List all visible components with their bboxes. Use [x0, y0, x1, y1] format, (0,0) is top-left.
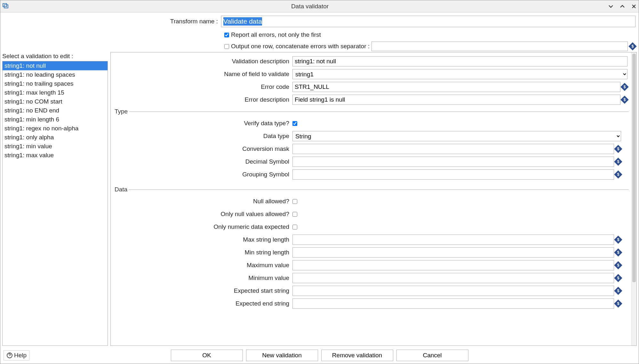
titlebar: Data validator: [0, 0, 639, 12]
expected-end-label: Expected end string: [113, 300, 292, 307]
conversion-mask-input[interactable]: [292, 144, 614, 154]
transform-name-value: Validate data: [223, 17, 262, 26]
grouping-symbol-input[interactable]: [292, 169, 614, 180]
error-code-label: Error code: [113, 83, 292, 90]
error-description-label: Error description: [113, 96, 292, 103]
report-all-errors-checkbox[interactable]: [224, 33, 229, 37]
validation-list-item[interactable]: string1: only alpha: [3, 133, 108, 142]
new-validation-button[interactable]: New validation: [246, 350, 318, 361]
concat-errors-label[interactable]: Output one row, concatenate errors with …: [231, 43, 370, 50]
validation-description-input[interactable]: [292, 56, 627, 66]
expected-start-label: Expected start string: [113, 287, 292, 294]
expected-end-input[interactable]: [292, 298, 614, 309]
variable-icon[interactable]: [614, 145, 622, 153]
variable-icon[interactable]: [614, 158, 622, 166]
window-title: Data validator: [12, 3, 608, 10]
svg-rect-1: [4, 5, 8, 8]
help-label: Help: [14, 352, 27, 359]
variable-icon[interactable]: [620, 96, 628, 104]
min-string-length-label: Min string length: [113, 249, 292, 256]
only-null-label: Only null values allowed?: [113, 211, 292, 218]
transform-name-input[interactable]: Validate data: [221, 16, 635, 27]
validation-list-item[interactable]: string1: min value: [3, 142, 108, 151]
variable-icon[interactable]: [614, 299, 622, 307]
app-icon: [2, 2, 9, 10]
type-group: Type Verify data type? Data type String …: [113, 108, 629, 184]
variable-icon[interactable]: [614, 287, 622, 295]
validation-list-item[interactable]: string1: max value: [3, 151, 108, 160]
validation-list-item[interactable]: string1: no END end: [3, 106, 108, 115]
variable-icon[interactable]: [614, 261, 622, 269]
field-name-label: Name of field to validate: [113, 71, 292, 78]
decimal-symbol-label: Decimal Symbol: [113, 158, 292, 165]
validation-description-label: Validation description: [113, 58, 292, 65]
validation-detail-panel: Validation description Name of field to …: [110, 52, 637, 346]
maximum-value-input[interactable]: [292, 260, 614, 270]
help-button[interactable]: Help: [4, 350, 29, 360]
validation-list[interactable]: string1: not nullstring1: no leading spa…: [2, 61, 108, 346]
grouping-symbol-label: Grouping Symbol: [113, 171, 292, 178]
verify-data-type-label: Verify data type?: [113, 120, 292, 127]
variable-icon[interactable]: [614, 236, 622, 244]
data-group: Data Null allowed? Only null values allo…: [113, 186, 629, 313]
report-all-errors-label[interactable]: Report all errors, not only the first: [231, 31, 321, 38]
validation-list-item[interactable]: string1: no trailing spaces: [3, 79, 108, 88]
field-name-select[interactable]: string1: [292, 69, 627, 79]
transform-name-row: Transform name : Validate data: [0, 12, 639, 29]
svg-rect-0: [3, 4, 7, 7]
data-legend: Data: [113, 186, 129, 193]
max-string-length-input[interactable]: [292, 235, 614, 245]
max-string-length-label: Max string length: [113, 236, 292, 243]
variable-icon[interactable]: [628, 42, 636, 50]
scrollbar[interactable]: [631, 52, 636, 345]
type-legend: Type: [113, 108, 129, 115]
validation-list-item[interactable]: string1: no leading spaces: [3, 70, 108, 79]
expected-start-input[interactable]: [292, 286, 614, 296]
validation-list-heading: Select a validation to edit :: [2, 52, 108, 61]
error-description-input[interactable]: [292, 95, 620, 105]
error-code-input[interactable]: [292, 82, 620, 92]
null-allowed-label: Null allowed?: [113, 198, 292, 205]
data-validator-dialog: Data validator Transform name : Validate…: [0, 0, 639, 364]
validation-list-item[interactable]: string1: no COM start: [3, 97, 108, 106]
only-numeric-checkbox[interactable]: [292, 225, 297, 229]
close-icon[interactable]: [631, 4, 637, 9]
ok-button[interactable]: OK: [171, 350, 243, 361]
data-type-label: Data type: [113, 133, 292, 140]
variable-icon[interactable]: [614, 170, 622, 178]
min-string-length-input[interactable]: [292, 247, 614, 258]
conversion-mask-label: Conversion mask: [113, 145, 292, 152]
validation-list-item[interactable]: string1: not null: [3, 61, 108, 70]
null-allowed-checkbox[interactable]: [292, 199, 297, 204]
concat-errors-checkbox[interactable]: [224, 44, 229, 49]
minimize-icon[interactable]: [608, 4, 614, 9]
concat-errors-row: Output one row, concatenate errors with …: [221, 41, 639, 52]
variable-icon[interactable]: [614, 274, 622, 282]
only-numeric-label: Only numeric data expected: [113, 223, 292, 230]
verify-data-type-checkbox[interactable]: [292, 121, 297, 126]
minimum-value-input[interactable]: [292, 273, 614, 283]
concat-separator-input[interactable]: [371, 42, 628, 51]
maximum-value-label: Maximum value: [113, 262, 292, 269]
minimum-value-label: Minimum value: [113, 275, 292, 282]
report-all-errors-row: Report all errors, not only the first: [221, 29, 639, 41]
remove-validation-button[interactable]: Remove validation: [321, 350, 393, 361]
maximize-icon[interactable]: [619, 4, 625, 9]
decimal-symbol-input[interactable]: [292, 157, 614, 167]
transform-name-label: Transform name :: [4, 18, 221, 25]
variable-icon[interactable]: [620, 83, 628, 91]
data-type-select[interactable]: String: [292, 131, 621, 141]
cancel-button[interactable]: Cancel: [396, 350, 468, 361]
validation-list-item[interactable]: string1: min length 6: [3, 115, 108, 124]
only-null-checkbox[interactable]: [292, 212, 297, 217]
validation-list-item[interactable]: string1: max length 15: [3, 88, 108, 97]
scrollbar-thumb[interactable]: [632, 54, 636, 282]
variable-icon[interactable]: [614, 248, 622, 256]
validation-list-item[interactable]: string1: regex no non-alpha: [3, 124, 108, 133]
